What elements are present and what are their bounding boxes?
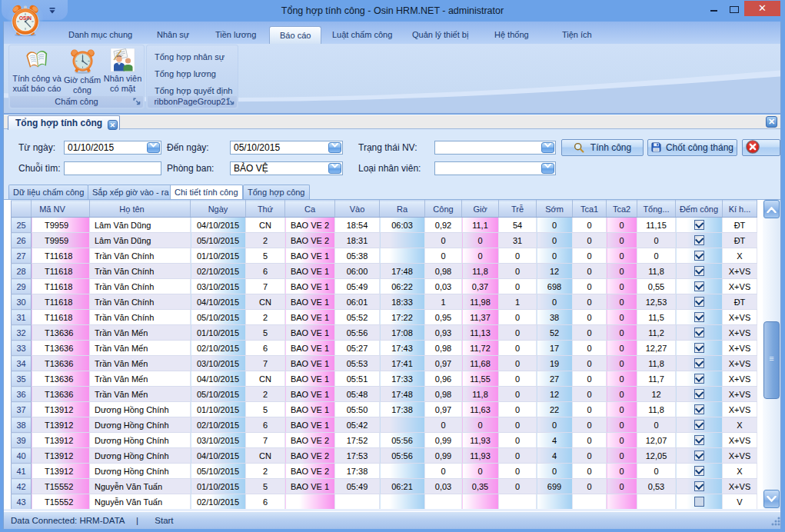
svg-text:OSIN: OSIN <box>19 15 32 21</box>
